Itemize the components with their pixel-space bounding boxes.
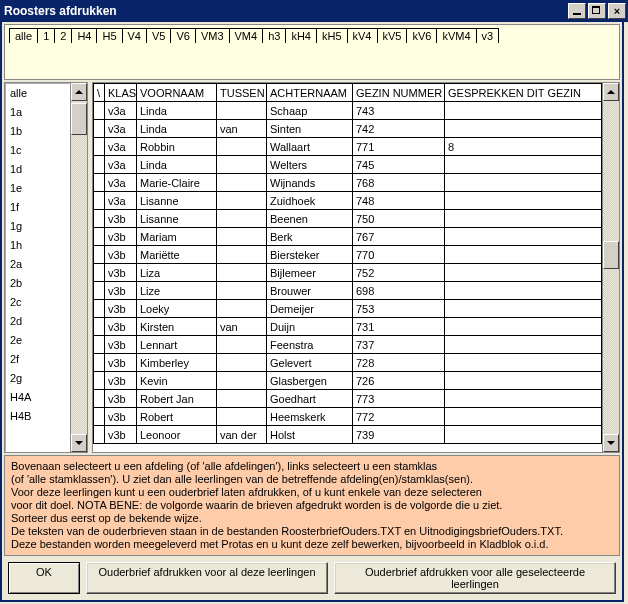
table-cell[interactable] xyxy=(94,264,105,282)
table-cell[interactable]: Linda xyxy=(137,156,217,174)
list-item[interactable]: 2g xyxy=(6,369,69,388)
table-cell[interactable] xyxy=(94,246,105,264)
stamklas-listbox[interactable]: alle1a1b1c1d1e1f1g1h2a2b2c2d2e2f2gH4AH4B xyxy=(5,83,70,452)
table-cell[interactable]: Kirsten xyxy=(137,318,217,336)
table-cell[interactable]: v3b xyxy=(105,246,137,264)
table-cell[interactable] xyxy=(217,264,267,282)
table-header-row[interactable]: \KLASVOORNAAMTUSSENACHTERNAAMGEZIN NUMME… xyxy=(94,84,602,102)
tab-kV5[interactable]: kV5 xyxy=(377,28,408,43)
table-cell[interactable] xyxy=(94,318,105,336)
table-cell[interactable]: Schaap xyxy=(267,102,353,120)
table-cell[interactable] xyxy=(445,120,602,138)
list-item[interactable]: 1g xyxy=(6,217,69,236)
list-item[interactable]: 1c xyxy=(6,141,69,160)
table-cell[interactable] xyxy=(217,408,267,426)
table-cell[interactable]: v3a xyxy=(105,102,137,120)
table-row[interactable]: v3bKevinGlasbergen726 xyxy=(94,372,602,390)
table-cell[interactable] xyxy=(217,246,267,264)
list-item[interactable]: 2c xyxy=(6,293,69,312)
table-cell[interactable] xyxy=(217,174,267,192)
table-cell[interactable]: v3b xyxy=(105,282,137,300)
table-row[interactable]: v3bLoekyDemeijer753 xyxy=(94,300,602,318)
table-cell[interactable] xyxy=(94,426,105,444)
table-row[interactable]: v3aLindaWelters745 xyxy=(94,156,602,174)
maximize-button[interactable] xyxy=(588,3,606,19)
tab-2[interactable]: 2 xyxy=(54,28,72,43)
print-selected-button[interactable]: Ouderbrief afdrukken voor alle geselecte… xyxy=(334,562,616,594)
table-cell[interactable]: 770 xyxy=(353,246,445,264)
scroll-track[interactable] xyxy=(71,101,87,434)
table-cell[interactable]: Lisanne xyxy=(137,210,217,228)
column-header[interactable]: TUSSEN xyxy=(217,84,267,102)
column-header[interactable]: GEZIN NUMMER xyxy=(353,84,445,102)
table-row[interactable]: v3bMariëtteBiersteker770 xyxy=(94,246,602,264)
table-cell[interactable]: Welters xyxy=(267,156,353,174)
table-row[interactable]: v3bRobert JanGoedhart773 xyxy=(94,390,602,408)
column-header[interactable]: VOORNAAM xyxy=(137,84,217,102)
table-cell[interactable] xyxy=(445,336,602,354)
table-cell[interactable]: 728 xyxy=(353,354,445,372)
tab-V6[interactable]: V6 xyxy=(170,28,195,43)
tab-1[interactable]: 1 xyxy=(37,28,55,43)
table-cell[interactable] xyxy=(217,138,267,156)
table-cell[interactable]: 748 xyxy=(353,192,445,210)
table-cell[interactable]: van der xyxy=(217,426,267,444)
table-cell[interactable]: v3a xyxy=(105,156,137,174)
table-cell[interactable]: v3a xyxy=(105,120,137,138)
table-cell[interactable]: Feenstra xyxy=(267,336,353,354)
list-item[interactable]: 1h xyxy=(6,236,69,255)
table-cell[interactable] xyxy=(94,120,105,138)
table-cell[interactable]: van xyxy=(217,120,267,138)
table-cell[interactable]: Loeky xyxy=(137,300,217,318)
table-cell[interactable]: v3a xyxy=(105,138,137,156)
list-item[interactable]: 2d xyxy=(6,312,69,331)
table-cell[interactable] xyxy=(94,228,105,246)
table-cell[interactable] xyxy=(94,300,105,318)
table-cell[interactable]: v3b xyxy=(105,426,137,444)
table-cell[interactable]: v3a xyxy=(105,192,137,210)
list-item[interactable]: 2a xyxy=(6,255,69,274)
column-header[interactable]: KLAS xyxy=(105,84,137,102)
table-cell[interactable]: Goedhart xyxy=(267,390,353,408)
table-cell[interactable]: 772 xyxy=(353,408,445,426)
tab-kV4[interactable]: kV4 xyxy=(347,28,378,43)
table-cell[interactable]: 698 xyxy=(353,282,445,300)
table-cell[interactable]: 752 xyxy=(353,264,445,282)
table-cell[interactable]: Linda xyxy=(137,120,217,138)
table-cell[interactable]: Lize xyxy=(137,282,217,300)
table-cell[interactable] xyxy=(445,354,602,372)
table-cell[interactable]: 753 xyxy=(353,300,445,318)
table-cell[interactable] xyxy=(445,246,602,264)
table-cell[interactable]: Bijlemeer xyxy=(267,264,353,282)
table-cell[interactable] xyxy=(445,390,602,408)
table-cell[interactable] xyxy=(217,210,267,228)
table-cell[interactable] xyxy=(445,156,602,174)
table-row[interactable]: v3aRobbinWallaart7718 xyxy=(94,138,602,156)
table-cell[interactable] xyxy=(94,210,105,228)
tab-kH5[interactable]: kH5 xyxy=(316,28,348,43)
scroll-thumb[interactable] xyxy=(603,241,619,269)
table-cell[interactable]: Lisanne xyxy=(137,192,217,210)
tab-VM4[interactable]: VM4 xyxy=(229,28,264,43)
tab-H4[interactable]: H4 xyxy=(71,28,97,43)
table-cell[interactable]: Robert xyxy=(137,408,217,426)
scroll-up-button[interactable] xyxy=(603,83,619,101)
table-cell[interactable] xyxy=(445,228,602,246)
table-cell[interactable]: v3b xyxy=(105,336,137,354)
table-cell[interactable] xyxy=(94,336,105,354)
table-cell[interactable] xyxy=(217,282,267,300)
table-cell[interactable]: Demeijer xyxy=(267,300,353,318)
table-row[interactable]: v3bLennartFeenstra737 xyxy=(94,336,602,354)
table-cell[interactable]: Liza xyxy=(137,264,217,282)
tab-h3[interactable]: h3 xyxy=(262,28,286,43)
table-row[interactable]: v3bLizeBrouwer698 xyxy=(94,282,602,300)
list-item[interactable]: 1b xyxy=(6,122,69,141)
tab-VM3[interactable]: VM3 xyxy=(195,28,230,43)
table-row[interactable]: v3bRobertHeemskerk772 xyxy=(94,408,602,426)
column-header[interactable]: GESPREKKEN DIT GEZIN xyxy=(445,84,602,102)
minimize-button[interactable] xyxy=(568,3,586,19)
table-cell[interactable] xyxy=(217,336,267,354)
table-cell[interactable]: 768 xyxy=(353,174,445,192)
tab-V4[interactable]: V4 xyxy=(122,28,147,43)
list-item[interactable]: 2b xyxy=(6,274,69,293)
